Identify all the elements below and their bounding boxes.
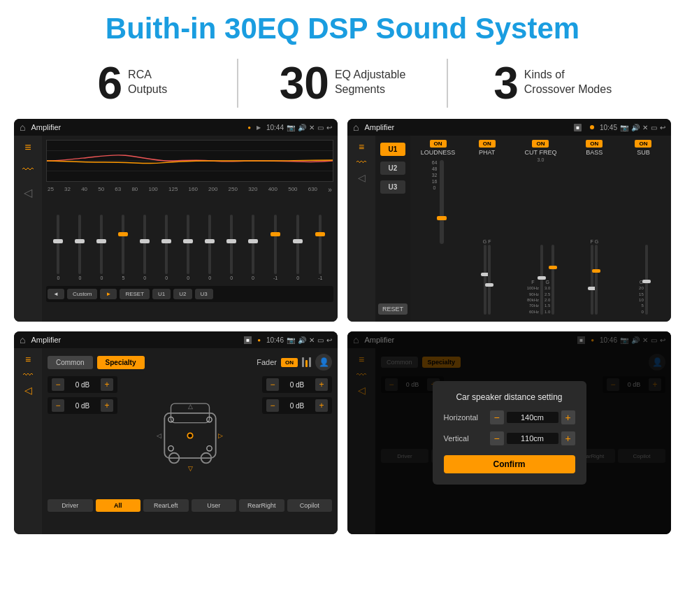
eq-reset-button[interactable]: RESET bbox=[120, 289, 150, 299]
common-tab[interactable]: Common bbox=[48, 356, 93, 369]
crossover-back: ↩ bbox=[660, 124, 665, 131]
eq-slider-5[interactable]: 0 bbox=[165, 215, 168, 280]
u3-button[interactable]: U3 bbox=[380, 180, 405, 194]
db-plus-0[interactable]: + bbox=[101, 378, 113, 391]
eq-play-button[interactable]: ► bbox=[100, 289, 117, 299]
db-minus-0[interactable]: − bbox=[52, 378, 64, 391]
sub-label: SUB bbox=[637, 149, 650, 156]
crossover-filter-icon[interactable]: ≡ bbox=[359, 141, 364, 152]
car-svg: △ ▽ ◁ ▷ bbox=[152, 394, 229, 478]
rearright-button[interactable]: RearRight bbox=[239, 499, 284, 512]
eq-slider-8[interactable]: 0 bbox=[230, 215, 233, 280]
u1-button[interactable]: U1 bbox=[380, 143, 405, 156]
stats-row: 6 RCA Outputs 30 EQ Adjustable Segments … bbox=[0, 52, 685, 119]
db-minus-2[interactable]: − bbox=[266, 378, 279, 391]
svg-text:◁: ◁ bbox=[157, 432, 161, 439]
eq-wave-icon[interactable]: 〰 bbox=[22, 164, 34, 176]
crossover-reset-button[interactable]: RESET bbox=[378, 303, 408, 315]
eq-status-dot: ● bbox=[247, 124, 251, 131]
copilot-button[interactable]: Copilot bbox=[287, 499, 333, 512]
eq-slider-0[interactable]: 0 bbox=[57, 215, 59, 280]
crossover-wave-icon[interactable]: 〰 bbox=[356, 157, 366, 168]
horizontal-plus[interactable]: + bbox=[561, 410, 575, 424]
user-button[interactable]: User bbox=[192, 499, 237, 512]
db-plus-2[interactable]: + bbox=[315, 378, 328, 391]
fader-person-icon: 👤 bbox=[315, 354, 332, 371]
phat-controls: G F bbox=[483, 157, 491, 317]
eq-slider-2[interactable]: 0 bbox=[100, 215, 103, 280]
fader-wave-icon[interactable]: 〰 bbox=[23, 369, 33, 380]
rearleft-button[interactable]: RearLeft bbox=[143, 499, 189, 512]
vertical-minus[interactable]: − bbox=[490, 431, 504, 445]
db-value-0: 0 dB bbox=[67, 381, 98, 389]
fader-bottom-buttons: Driver All RearLeft User RearRight Copil… bbox=[48, 499, 332, 512]
db-row-3: − 0 dB + bbox=[262, 397, 332, 414]
bass-sliders: F G bbox=[590, 157, 598, 317]
cutfreq-col: ON CUT FREQ 3.0 F 100Hz90Hz80kHz70Hz60Hz… bbox=[512, 140, 569, 317]
eq-bottom-bar: ◄ Custom ► RESET U1 U2 U3 bbox=[46, 286, 333, 302]
db-value-1: 0 dB bbox=[67, 402, 98, 410]
volume-icon: 🔊 bbox=[298, 124, 306, 131]
vertical-plus[interactable]: + bbox=[561, 431, 575, 445]
phat-col: ON PHAT G F bbox=[463, 140, 510, 317]
car-diagram: △ ▽ ◁ ▷ bbox=[123, 376, 257, 495]
eq-slider-1[interactable]: 0 bbox=[78, 215, 81, 280]
db-minus-1[interactable]: − bbox=[52, 399, 64, 412]
eq-slider-10[interactable]: -1 bbox=[273, 215, 277, 280]
phat-on[interactable]: ON bbox=[479, 140, 496, 148]
db-minus-3[interactable]: − bbox=[266, 399, 279, 412]
db-plus-3[interactable]: + bbox=[315, 399, 328, 412]
eq-slider-7[interactable]: 0 bbox=[208, 215, 211, 280]
eq-slider-9[interactable]: 0 bbox=[252, 215, 254, 280]
sub-on[interactable]: ON bbox=[635, 140, 651, 148]
eq-u3-button[interactable]: U3 bbox=[195, 289, 213, 299]
fader-speaker-icon[interactable]: ◁ bbox=[24, 385, 32, 396]
sub-sliders: G 20151050 bbox=[639, 157, 648, 317]
all-button[interactable]: All bbox=[96, 499, 141, 512]
eq-speaker-icon[interactable]: ◁ bbox=[24, 186, 32, 199]
svg-point-11 bbox=[168, 446, 173, 451]
loudness-on[interactable]: ON bbox=[430, 140, 447, 148]
horizontal-label: Horizontal bbox=[444, 413, 486, 422]
sub-col: ON SUB G 20151050 bbox=[620, 140, 667, 317]
eq-slider-6[interactable]: 0 bbox=[187, 215, 189, 280]
vertical-value: 110cm bbox=[507, 433, 558, 444]
db-plus-1[interactable]: + bbox=[101, 399, 113, 412]
horizontal-minus[interactable]: − bbox=[490, 410, 504, 424]
fader-volume: 🔊 bbox=[298, 336, 306, 344]
dialog-overlay: Car speaker distance setting Horizontal … bbox=[347, 331, 671, 534]
fader-on-badge[interactable]: ON bbox=[281, 358, 298, 367]
fader-filter-icon[interactable]: ≡ bbox=[25, 354, 31, 365]
eq-prev-button[interactable]: ◄ bbox=[48, 289, 64, 299]
eq-slider-11[interactable]: 0 bbox=[296, 215, 299, 280]
confirm-button[interactable]: Confirm bbox=[444, 455, 575, 473]
eq-u1-button[interactable]: U1 bbox=[152, 289, 171, 299]
right-db-controls: − 0 dB + − 0 dB + bbox=[262, 376, 332, 495]
driver-button[interactable]: Driver bbox=[48, 499, 93, 512]
u-buttons-panel: U1 U2 U3 RESET bbox=[375, 136, 410, 322]
eq-slider-3[interactable]: 5 bbox=[122, 215, 124, 280]
stat-number-crossover: 3 bbox=[493, 61, 519, 106]
eq-custom-button[interactable]: Custom bbox=[67, 289, 98, 299]
fader-close: ✕ bbox=[309, 336, 315, 344]
u2-button[interactable]: U2 bbox=[380, 162, 405, 175]
crossover-speaker-icon[interactable]: ◁ bbox=[358, 172, 366, 183]
eq-play-icon: ▶ bbox=[257, 124, 261, 131]
crossover-dot bbox=[590, 125, 594, 129]
crossover-window: ▭ bbox=[651, 124, 657, 131]
eq-u2-button[interactable]: U2 bbox=[173, 289, 192, 299]
svg-point-12 bbox=[206, 446, 211, 451]
cutfreq-on[interactable]: ON bbox=[532, 140, 549, 148]
bass-on[interactable]: ON bbox=[586, 140, 603, 148]
crossover-close: ✕ bbox=[642, 124, 648, 131]
loudness-col: ON LOUDNESS 64 48 32 16 0 bbox=[414, 140, 461, 317]
eq-slider-4[interactable]: 0 bbox=[143, 215, 146, 280]
window-icon: ▭ bbox=[317, 124, 324, 131]
specialty-tab[interactable]: Specialty bbox=[97, 356, 145, 369]
eq-filter-icon[interactable]: ≡ bbox=[24, 141, 31, 154]
crossover-columns: ON LOUDNESS 64 48 32 16 0 ON bbox=[410, 136, 671, 322]
eq-slider-12[interactable]: -1 bbox=[318, 215, 322, 280]
stat-rca: 6 RCA Outputs bbox=[42, 61, 223, 106]
vertical-row: Vertical − 110cm + bbox=[444, 431, 575, 445]
distance-dialog: Car speaker distance setting Horizontal … bbox=[433, 381, 586, 485]
